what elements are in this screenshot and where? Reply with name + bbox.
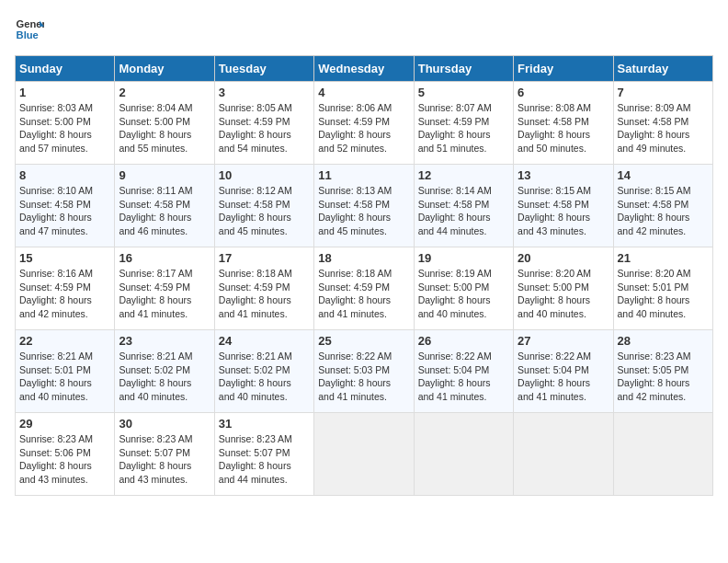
calendar-day-cell: 26Sunrise: 8:22 AM Sunset: 5:04 PM Dayli… <box>414 330 513 413</box>
calendar-week-row: 1Sunrise: 8:03 AM Sunset: 5:00 PM Daylig… <box>16 82 713 165</box>
day-number: 23 <box>119 334 210 348</box>
day-number: 7 <box>618 86 709 99</box>
calendar-day-cell: 6Sunrise: 8:08 AM Sunset: 4:58 PM Daylig… <box>514 82 613 165</box>
calendar-day-cell: 10Sunrise: 8:12 AM Sunset: 4:58 PM Dayli… <box>214 165 313 247</box>
day-info: Sunrise: 8:16 AM Sunset: 4:59 PM Dayligh… <box>19 267 110 321</box>
calendar-day-cell: 7Sunrise: 8:09 AM Sunset: 4:58 PM Daylig… <box>613 82 712 165</box>
day-info: Sunrise: 8:03 AM Sunset: 5:00 PM Dayligh… <box>19 101 110 155</box>
calendar-table: SundayMondayTuesdayWednesdayThursdayFrid… <box>15 55 713 496</box>
calendar-week-row: 22Sunrise: 8:21 AM Sunset: 5:01 PM Dayli… <box>16 330 713 413</box>
day-info: Sunrise: 8:20 AM Sunset: 5:00 PM Dayligh… <box>518 267 609 321</box>
calendar-day-cell: 27Sunrise: 8:22 AM Sunset: 5:04 PM Dayli… <box>514 330 613 413</box>
calendar-day-cell: 12Sunrise: 8:14 AM Sunset: 4:58 PM Dayli… <box>414 165 513 247</box>
calendar-day-cell <box>414 413 513 496</box>
day-info: Sunrise: 8:04 AM Sunset: 5:00 PM Dayligh… <box>119 101 210 155</box>
calendar-day-cell: 19Sunrise: 8:19 AM Sunset: 5:00 PM Dayli… <box>414 247 513 330</box>
logo-icon: General Blue <box>15 15 44 44</box>
calendar-day-cell: 11Sunrise: 8:13 AM Sunset: 4:58 PM Dayli… <box>314 165 414 247</box>
day-info: Sunrise: 8:22 AM Sunset: 5:03 PM Dayligh… <box>318 350 409 404</box>
day-info: Sunrise: 8:08 AM Sunset: 4:58 PM Dayligh… <box>518 101 609 155</box>
day-info: Sunrise: 8:21 AM Sunset: 5:01 PM Dayligh… <box>19 350 110 404</box>
calendar-day-cell: 17Sunrise: 8:18 AM Sunset: 4:59 PM Dayli… <box>214 247 313 330</box>
day-number: 4 <box>318 86 409 99</box>
day-info: Sunrise: 8:22 AM Sunset: 5:04 PM Dayligh… <box>418 350 509 404</box>
calendar-day-cell: 5Sunrise: 8:07 AM Sunset: 4:59 PM Daylig… <box>414 82 513 165</box>
day-number: 10 <box>219 168 310 182</box>
day-info: Sunrise: 8:09 AM Sunset: 4:58 PM Dayligh… <box>618 101 709 155</box>
day-info: Sunrise: 8:21 AM Sunset: 5:02 PM Dayligh… <box>119 350 210 404</box>
day-info: Sunrise: 8:22 AM Sunset: 5:04 PM Dayligh… <box>518 350 609 404</box>
day-number: 1 <box>19 86 110 99</box>
day-info: Sunrise: 8:23 AM Sunset: 5:05 PM Dayligh… <box>618 350 709 404</box>
day-of-week-header: Monday <box>115 56 214 82</box>
calendar-day-cell: 18Sunrise: 8:18 AM Sunset: 4:59 PM Dayli… <box>314 247 414 330</box>
calendar-day-cell: 22Sunrise: 8:21 AM Sunset: 5:01 PM Dayli… <box>16 330 115 413</box>
day-info: Sunrise: 8:17 AM Sunset: 4:59 PM Dayligh… <box>119 267 210 321</box>
day-of-week-header: Saturday <box>613 56 712 82</box>
day-number: 18 <box>318 251 409 265</box>
day-number: 5 <box>418 86 509 99</box>
day-info: Sunrise: 8:11 AM Sunset: 4:58 PM Dayligh… <box>119 184 210 238</box>
calendar-day-cell: 2Sunrise: 8:04 AM Sunset: 5:00 PM Daylig… <box>115 82 214 165</box>
calendar-day-cell: 9Sunrise: 8:11 AM Sunset: 4:58 PM Daylig… <box>115 165 214 247</box>
day-number: 19 <box>418 251 509 265</box>
day-number: 28 <box>618 334 709 348</box>
day-number: 14 <box>618 168 709 182</box>
day-info: Sunrise: 8:19 AM Sunset: 5:00 PM Dayligh… <box>418 267 509 321</box>
day-of-week-header: Wednesday <box>314 56 414 82</box>
calendar-day-cell: 14Sunrise: 8:15 AM Sunset: 4:58 PM Dayli… <box>613 165 712 247</box>
calendar-day-cell: 3Sunrise: 8:05 AM Sunset: 4:59 PM Daylig… <box>214 82 313 165</box>
day-info: Sunrise: 8:13 AM Sunset: 4:58 PM Dayligh… <box>318 184 409 238</box>
day-number: 29 <box>19 417 110 431</box>
day-info: Sunrise: 8:21 AM Sunset: 5:02 PM Dayligh… <box>219 350 310 404</box>
calendar-day-cell: 16Sunrise: 8:17 AM Sunset: 4:59 PM Dayli… <box>115 247 214 330</box>
calendar-day-cell <box>514 413 613 496</box>
day-of-week-header: Sunday <box>16 56 115 82</box>
day-number: 21 <box>618 251 709 265</box>
calendar-day-cell: 25Sunrise: 8:22 AM Sunset: 5:03 PM Dayli… <box>314 330 414 413</box>
day-info: Sunrise: 8:15 AM Sunset: 4:58 PM Dayligh… <box>518 184 609 238</box>
day-number: 30 <box>119 417 210 431</box>
calendar-day-cell: 23Sunrise: 8:21 AM Sunset: 5:02 PM Dayli… <box>115 330 214 413</box>
calendar-day-cell: 15Sunrise: 8:16 AM Sunset: 4:59 PM Dayli… <box>16 247 115 330</box>
day-number: 3 <box>219 86 310 99</box>
day-info: Sunrise: 8:23 AM Sunset: 5:07 PM Dayligh… <box>219 432 310 487</box>
calendar-day-cell <box>613 413 712 496</box>
day-info: Sunrise: 8:20 AM Sunset: 5:01 PM Dayligh… <box>618 267 709 321</box>
calendar-day-cell: 28Sunrise: 8:23 AM Sunset: 5:05 PM Dayli… <box>613 330 712 413</box>
calendar-day-cell: 4Sunrise: 8:06 AM Sunset: 4:59 PM Daylig… <box>314 82 414 165</box>
logo: General Blue <box>15 15 44 44</box>
day-number: 20 <box>518 251 609 265</box>
day-info: Sunrise: 8:18 AM Sunset: 4:59 PM Dayligh… <box>318 267 409 321</box>
calendar-day-cell: 31Sunrise: 8:23 AM Sunset: 5:07 PM Dayli… <box>214 413 313 496</box>
day-number: 24 <box>219 334 310 348</box>
day-number: 17 <box>219 251 310 265</box>
day-info: Sunrise: 8:18 AM Sunset: 4:59 PM Dayligh… <box>219 267 310 321</box>
day-number: 31 <box>219 417 310 431</box>
calendar-day-cell: 8Sunrise: 8:10 AM Sunset: 4:58 PM Daylig… <box>16 165 115 247</box>
day-info: Sunrise: 8:14 AM Sunset: 4:58 PM Dayligh… <box>418 184 509 238</box>
calendar-day-cell: 30Sunrise: 8:23 AM Sunset: 5:07 PM Dayli… <box>115 413 214 496</box>
day-number: 13 <box>518 168 609 182</box>
calendar-header-row: SundayMondayTuesdayWednesdayThursdayFrid… <box>16 56 713 82</box>
day-number: 27 <box>518 334 609 348</box>
day-of-week-header: Thursday <box>414 56 513 82</box>
day-number: 2 <box>119 86 210 99</box>
calendar-day-cell: 29Sunrise: 8:23 AM Sunset: 5:06 PM Dayli… <box>16 413 115 496</box>
calendar-body: 1Sunrise: 8:03 AM Sunset: 5:00 PM Daylig… <box>16 82 713 496</box>
page-header: General Blue <box>15 15 713 44</box>
day-number: 9 <box>119 168 210 182</box>
day-number: 16 <box>119 251 210 265</box>
calendar-week-row: 15Sunrise: 8:16 AM Sunset: 4:59 PM Dayli… <box>16 247 713 330</box>
calendar-day-cell: 20Sunrise: 8:20 AM Sunset: 5:00 PM Dayli… <box>514 247 613 330</box>
day-of-week-header: Tuesday <box>214 56 313 82</box>
calendar-day-cell <box>314 413 414 496</box>
day-number: 15 <box>19 251 110 265</box>
day-info: Sunrise: 8:06 AM Sunset: 4:59 PM Dayligh… <box>318 101 409 155</box>
calendar-day-cell: 13Sunrise: 8:15 AM Sunset: 4:58 PM Dayli… <box>514 165 613 247</box>
day-of-week-header: Friday <box>514 56 613 82</box>
day-number: 26 <box>418 334 509 348</box>
calendar-day-cell: 24Sunrise: 8:21 AM Sunset: 5:02 PM Dayli… <box>214 330 313 413</box>
svg-text:Blue: Blue <box>17 29 39 40</box>
day-number: 11 <box>318 168 409 182</box>
